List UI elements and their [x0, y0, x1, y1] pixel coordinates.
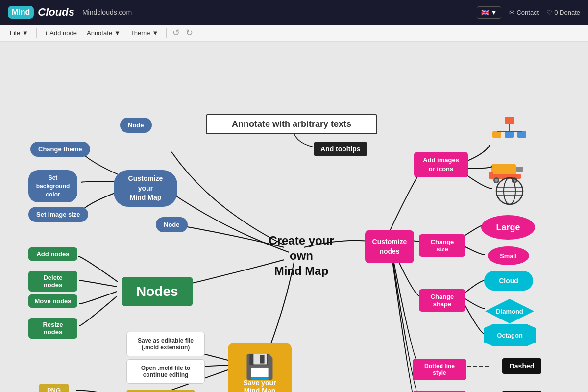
theme-arrow: ▼ [152, 29, 158, 37]
file-menu[interactable]: File ▼ [6, 27, 32, 39]
annotate-arrow: ▼ [114, 29, 121, 37]
header-right: 🇬🇧 ▼ ✉ Contact ♡ 0 Donate [477, 6, 580, 19]
svg-rect-2 [505, 117, 514, 124]
donate-icon: ♡ [546, 9, 552, 16]
org-chart-icon [490, 114, 529, 153]
annotate-label: Annotate [87, 29, 112, 37]
site-url: Mindclouds.com [82, 8, 132, 16]
svg-rect-17 [489, 172, 493, 179]
svg-rect-4 [505, 131, 514, 138]
set-image-size-node[interactable]: Set image size [28, 207, 88, 222]
dotted-line-style-node[interactable]: Dotted line style [413, 359, 466, 380]
annotation-node[interactable]: Annotate with arbitrary texts [206, 114, 377, 134]
file-arrow: ▼ [22, 29, 28, 37]
svg-rect-3 [492, 131, 501, 138]
flag-icon: 🇬🇧 [481, 9, 489, 16]
cloud-node[interactable]: Cloud [484, 271, 533, 291]
logo-clouds: Clouds [38, 6, 74, 19]
save-editable-node[interactable]: Save as editable file(.mcld extension) [126, 332, 205, 356]
header: Mind Clouds Mindclouds.com 🇬🇧 ▼ ✉ Contac… [0, 0, 588, 24]
png-node[interactable]: PNG [39, 384, 69, 392]
org-chart-area [490, 114, 529, 153]
add-node-button[interactable]: + Add node [41, 27, 81, 39]
svg-rect-16 [516, 167, 523, 172]
add-nodes-node[interactable]: Add nodes [28, 247, 77, 261]
add-images-node[interactable]: Add imagesor icons [414, 152, 468, 177]
globe-area [495, 176, 524, 206]
move-nodes-node[interactable]: Move nodes [28, 294, 77, 308]
toolbar: File ▼ + Add node Annotate ▼ Theme ▼ ↺ ↻ [0, 24, 588, 42]
large-node[interactable]: Large [481, 215, 535, 240]
open-mcld-node[interactable]: Open .mcld file tocontinue editing [126, 359, 205, 384]
diamond-node[interactable]: Diamond [485, 299, 534, 323]
donate-label: 0 Donate [554, 9, 580, 16]
canvas[interactable]: Annotate with arbitrary texts And toolti… [0, 42, 588, 392]
add-node-label: + Add node [45, 29, 77, 37]
toolbar-divider-1 [36, 28, 37, 38]
main-node[interactable]: Create your ownMind Map [267, 233, 336, 279]
customize-mind-map-node[interactable]: Customize yourMind Map [114, 170, 177, 207]
logo-box: Mind [8, 6, 34, 19]
customize-nodes-node[interactable]: Customizenodes [365, 230, 414, 263]
lang-dropdown-icon: ▼ [491, 9, 497, 16]
set-bg-color-node[interactable]: Set backgroundcolor [28, 170, 77, 202]
globe-icon [495, 176, 524, 206]
annotation-text: Annotate with arbitrary texts [232, 119, 351, 129]
theme-menu[interactable]: Theme ▼ [126, 27, 162, 39]
mindmap-container: Annotate with arbitrary texts And toolti… [0, 42, 588, 392]
dashed-label-node[interactable]: Dashed [502, 358, 541, 374]
contact-label: Contact [516, 9, 539, 16]
svg-rect-5 [517, 131, 526, 138]
octagon-node[interactable]: Octagon [484, 324, 536, 346]
tooltip-node: And tooltips [314, 142, 368, 156]
node-pill-1[interactable]: Node [120, 118, 152, 133]
resize-nodes-node[interactable]: Resize nodes [28, 318, 77, 339]
language-selector[interactable]: 🇬🇧 ▼ [477, 6, 502, 19]
change-size-node[interactable]: Change size [419, 234, 466, 257]
redo-button[interactable]: ↻ [184, 26, 195, 39]
change-shape-node[interactable]: Change shape [419, 289, 466, 312]
annotate-menu[interactable]: Annotate ▼ [83, 27, 124, 39]
tooltip-text: And tooltips [320, 145, 361, 153]
logo-area: Mind Clouds Mindclouds.com [8, 6, 132, 19]
small-node[interactable]: Small [488, 246, 529, 265]
save-image-node[interactable]: Save as image [126, 390, 195, 392]
theme-label: Theme [130, 29, 150, 37]
undo-button[interactable]: ↺ [171, 26, 182, 39]
logo-mind: Mind [12, 8, 30, 16]
nodes-main-node[interactable]: Nodes [122, 277, 193, 306]
save-mind-map-node[interactable]: 💾 Save yourMind Map [228, 343, 292, 392]
node-pill-2[interactable]: Node [156, 217, 188, 232]
contact-icon: ✉ [509, 9, 514, 16]
donate-button[interactable]: ♡ 0 Donate [546, 9, 580, 16]
floppy-icon: 💾 [245, 355, 274, 379]
delete-nodes-node[interactable]: Delete nodes [28, 271, 77, 292]
file-label: File [10, 29, 20, 37]
change-theme-node[interactable]: Change theme [30, 142, 90, 157]
toolbar-divider-2 [166, 28, 167, 38]
contact-button[interactable]: ✉ Contact [509, 9, 539, 16]
main-node-text: Create your ownMind Map [267, 233, 336, 279]
